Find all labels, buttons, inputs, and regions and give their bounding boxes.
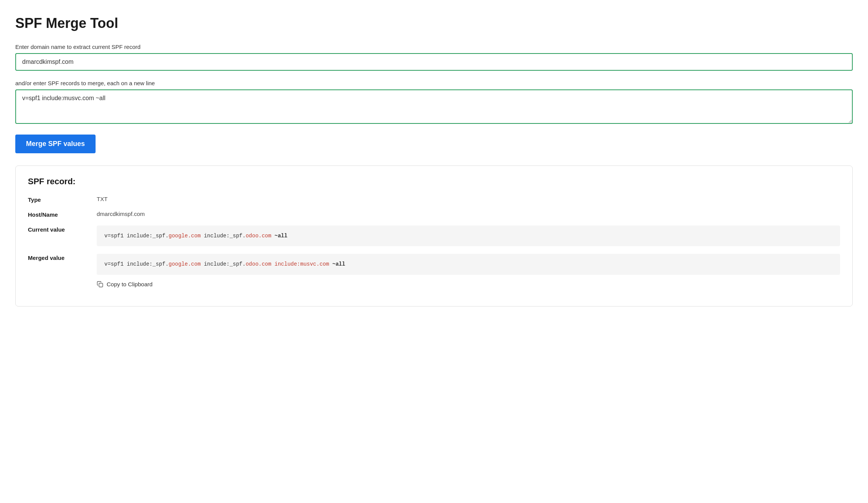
domain-input[interactable] <box>15 53 853 71</box>
host-label: Host/Name <box>28 211 97 218</box>
merged-value-block: v=spf1 include:_spf.google.com include:_… <box>97 254 840 274</box>
current-value-block: v=spf1 include:_spf.google.com include:_… <box>97 226 840 246</box>
merged-value-row: Merged value v=spf1 include:_spf.google.… <box>28 254 840 287</box>
merged-suffix: ~all <box>329 261 345 267</box>
current-value-label: Current value <box>28 226 97 233</box>
merged-middle: include:_spf. <box>201 261 246 267</box>
current-value-row: Current value v=spf1 include:_spf.google… <box>28 226 840 246</box>
result-title: SPF record: <box>28 177 840 187</box>
merged-value-label: Merged value <box>28 254 97 261</box>
merged-value-container: v=spf1 include:_spf.google.com include:_… <box>97 254 840 287</box>
merged-extra: include:musvc.com <box>271 261 329 267</box>
spf-records-label: and/or enter SPF records to merge, each … <box>15 80 853 86</box>
merged-prefix: v=spf1 include:_spf. <box>104 261 169 267</box>
domain-label: Enter domain name to extract current SPF… <box>15 44 853 50</box>
merged-domain1: google.com <box>169 261 201 267</box>
current-prefix: v=spf1 include:_spf. <box>104 233 169 239</box>
current-middle: include:_spf. <box>201 233 246 239</box>
current-domain2: odoo.com <box>246 233 271 239</box>
merge-button[interactable]: Merge SPF values <box>15 135 96 153</box>
svg-rect-0 <box>99 283 103 287</box>
type-value: TXT <box>97 196 107 202</box>
host-row: Host/Name dmarcdkimspf.com <box>28 211 840 218</box>
host-value: dmarcdkimspf.com <box>97 211 145 217</box>
current-suffix: ~all <box>271 233 287 239</box>
copy-to-clipboard-button[interactable]: Copy to Clipboard <box>97 281 840 288</box>
result-card: SPF record: Type TXT Host/Name dmarcdkim… <box>15 166 853 307</box>
spf-records-input[interactable]: v=spf1 include:musvc.com ~all <box>15 89 853 124</box>
copy-icon <box>97 281 104 288</box>
copy-label: Copy to Clipboard <box>107 281 153 287</box>
type-label: Type <box>28 196 97 203</box>
current-domain1: google.com <box>169 233 201 239</box>
type-row: Type TXT <box>28 196 840 203</box>
page-title: SPF Merge Tool <box>15 15 853 31</box>
merged-domain2: odoo.com <box>246 261 271 267</box>
